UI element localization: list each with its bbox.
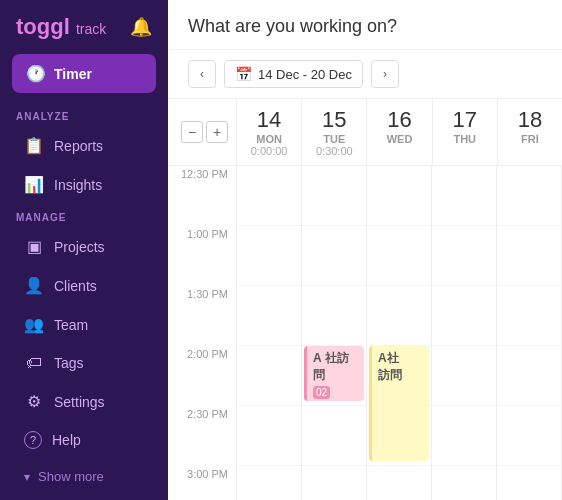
sidebar-item-help[interactable]: ? Help: [8, 422, 160, 458]
time-label-230: 2:30 PM: [168, 406, 236, 466]
time-cell: [367, 166, 431, 226]
day-name-wed: WED: [371, 133, 427, 145]
prev-week-button[interactable]: ‹: [188, 60, 216, 88]
day-name-mon: MON: [241, 133, 297, 145]
show-more-button[interactable]: ▾ Show more: [8, 460, 160, 493]
time-cell: [302, 286, 366, 346]
sidebar-item-reports-label: Reports: [54, 138, 103, 154]
settings-icon: ⚙: [24, 392, 44, 411]
show-more-label: Show more: [38, 469, 104, 484]
day-time-tue: 0:30:00: [306, 145, 362, 157]
time-cell: [302, 406, 366, 466]
day-num-17: 17: [437, 107, 493, 133]
time-cell: [302, 166, 366, 226]
day-header-fri: 18 FRI: [497, 99, 562, 165]
day-column-tue: A 社訪問 02 0:30:00: [302, 166, 367, 500]
sidebar-item-tags-label: Tags: [54, 355, 84, 371]
day-name-thu: THU: [437, 133, 493, 145]
sidebar-item-help-label: Help: [52, 432, 81, 448]
day-header-wed: 16 WED: [366, 99, 431, 165]
time-cell: [302, 466, 366, 500]
days-header-row: − + 14 MON 0:00:00 15 TUE 0:30:00 16 WED…: [168, 99, 562, 166]
time-cell: [237, 466, 301, 500]
sidebar-item-projects[interactable]: ▣ Projects: [8, 228, 160, 265]
time-cell: [302, 226, 366, 286]
workspace-label: WORKSPACE: [0, 494, 168, 500]
insights-icon: 📊: [24, 175, 44, 194]
days-gutter: − +: [168, 99, 236, 165]
increase-time-button[interactable]: +: [206, 121, 228, 143]
day-num-18: 18: [502, 107, 558, 133]
time-cell: [432, 466, 496, 500]
day-column-mon: [237, 166, 302, 500]
logo-brand: toggl: [16, 14, 70, 39]
sidebar-item-reports[interactable]: 📋 Reports: [8, 127, 160, 164]
sidebar-item-team-label: Team: [54, 317, 88, 333]
sidebar-item-team[interactable]: 👥 Team: [8, 306, 160, 343]
projects-icon: ▣: [24, 237, 44, 256]
manage-section-label: MANAGE: [0, 204, 168, 227]
event-a-sha-訪問-wed[interactable]: A社訪問: [369, 346, 429, 461]
day-column-wed: A社訪問: [367, 166, 432, 500]
time-cell: [237, 226, 301, 286]
time-cell: [367, 466, 431, 500]
day-header-tue: 15 TUE 0:30:00: [301, 99, 366, 165]
sidebar-bottom: ▾ Show more WORKSPACE: [0, 459, 168, 500]
sidebar-item-settings-label: Settings: [54, 394, 105, 410]
day-num-16: 16: [371, 107, 427, 133]
day-num-15: 15: [306, 107, 362, 133]
time-label-200: 2:00 PM: [168, 346, 236, 406]
time-gutter: 12:30 PM 1:00 PM 1:30 PM 2:00 PM 2:30 PM…: [168, 166, 236, 500]
day-name-fri: FRI: [502, 133, 558, 145]
timer-icon: 🕐: [26, 64, 46, 83]
sidebar-item-tags[interactable]: 🏷 Tags: [8, 345, 160, 381]
time-cell: [497, 166, 561, 226]
time-cell: [237, 286, 301, 346]
day-time-mon: 0:00:00: [241, 145, 297, 157]
timer-button[interactable]: 🕐 Timer: [12, 54, 156, 93]
main-header: What are you working on?: [168, 0, 562, 50]
time-cell: [497, 226, 561, 286]
time-cell: [432, 286, 496, 346]
decrease-time-button[interactable]: −: [181, 121, 203, 143]
time-cell: [367, 286, 431, 346]
next-week-button[interactable]: ›: [371, 60, 399, 88]
bell-icon[interactable]: 🔔: [130, 16, 152, 38]
main-content: What are you working on? ‹ 📅 14 Dec - 20…: [168, 0, 562, 500]
time-cell: [432, 166, 496, 226]
day-header-thu: 17 THU: [432, 99, 497, 165]
team-icon: 👥: [24, 315, 44, 334]
time-cell: [497, 466, 561, 500]
day-name-tue: TUE: [306, 133, 362, 145]
day-header-mon: 14 MON 0:00:00: [236, 99, 301, 165]
time-label-1230: 12:30 PM: [168, 166, 236, 226]
sidebar-item-insights[interactable]: 📊 Insights: [8, 166, 160, 203]
sidebar: toggl track 🔔 🕐 Timer ANALYZE 📋 Reports …: [0, 0, 168, 500]
event-title: A社訪問: [378, 350, 423, 384]
time-cell: [237, 166, 301, 226]
sidebar-item-settings[interactable]: ⚙ Settings: [8, 383, 160, 420]
event-a-sha-訪問-tue[interactable]: A 社訪問 02 0:30:00: [304, 346, 364, 401]
time-label-130: 1:30 PM: [168, 286, 236, 346]
time-cell: [432, 406, 496, 466]
time-label-300: 3:00 PM: [168, 466, 236, 500]
sidebar-item-insights-label: Insights: [54, 177, 102, 193]
sidebar-item-clients[interactable]: 👤 Clients: [8, 267, 160, 304]
time-cell: [432, 226, 496, 286]
week-range-picker[interactable]: 📅 14 Dec - 20 Dec: [224, 60, 363, 88]
event-badge: 02: [313, 384, 358, 401]
day-column-fri: [497, 166, 562, 500]
calendar-icon: 📅: [235, 66, 252, 82]
sidebar-item-projects-label: Projects: [54, 239, 105, 255]
time-cell: [237, 406, 301, 466]
sidebar-logo: toggl track 🔔: [0, 0, 168, 50]
time-cell: [497, 346, 561, 406]
clients-icon: 👤: [24, 276, 44, 295]
day-column-thu: [432, 166, 497, 500]
reports-icon: 📋: [24, 136, 44, 155]
calendar-body: 12:30 PM 1:00 PM 1:30 PM 2:00 PM 2:30 PM…: [168, 166, 562, 500]
tags-icon: 🏷: [24, 354, 44, 372]
time-cell: [367, 226, 431, 286]
sidebar-item-clients-label: Clients: [54, 278, 97, 294]
day-num-14: 14: [241, 107, 297, 133]
